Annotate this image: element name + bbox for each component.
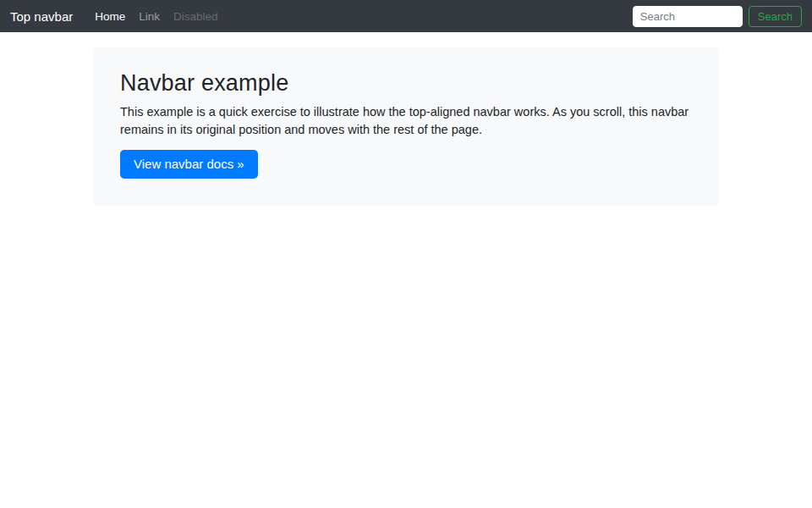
nav-link-home[interactable]: Home (88, 7, 132, 26)
nav-item: Disabled (167, 7, 225, 26)
search-button[interactable]: Search (749, 6, 802, 27)
navbar-brand[interactable]: Top navbar (10, 9, 73, 24)
top-navbar: Top navbar Home Link Disabled Search (0, 0, 812, 32)
page-description: This example is a quick exercise to illu… (120, 103, 692, 138)
nav-link-link[interactable]: Link (132, 7, 167, 26)
page-title: Navbar example (120, 70, 692, 97)
jumbotron: Navbar example This example is a quick e… (93, 47, 719, 206)
main-content: Navbar example This example is a quick e… (93, 47, 719, 206)
nav-link-disabled: Disabled (167, 7, 225, 26)
search-form: Search (633, 6, 802, 27)
search-input[interactable] (633, 6, 743, 27)
nav-item: Link (132, 7, 167, 26)
view-navbar-docs-button[interactable]: View navbar docs » (120, 150, 258, 179)
nav-item: Home (88, 7, 132, 26)
navbar-nav: Home Link Disabled (88, 7, 224, 26)
